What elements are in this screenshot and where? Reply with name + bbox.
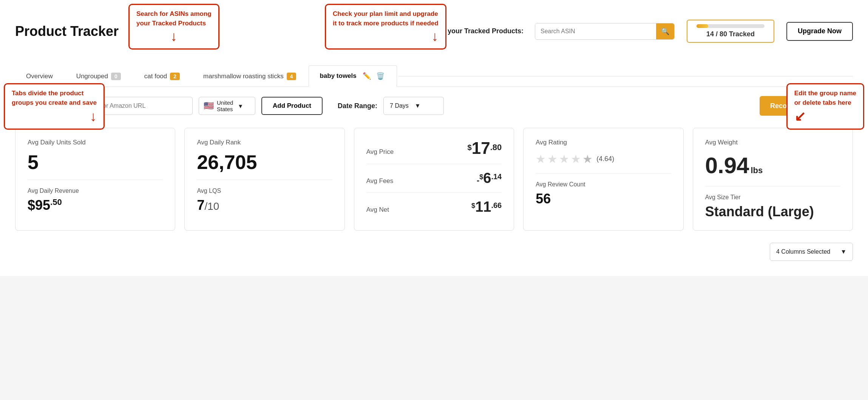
- tab-baby-towels-actions: ✏️ 🗑️: [361, 71, 386, 81]
- tracked-bar-fill: [697, 24, 709, 28]
- stat-card-weight: Avg Weight 0.94 lbs Avg Size Tier Standa…: [693, 128, 853, 231]
- price-row: Avg Price $17.80: [366, 139, 502, 158]
- tracked-text: 14 / 80 Tracked: [706, 30, 755, 38]
- tab-baby-towels-label: baby towels: [320, 72, 356, 80]
- tab-edit-button[interactable]: ✏️: [361, 71, 372, 81]
- add-product-row: Add Product: 🇺🇸 UnitedStates ▼ Add Produ…: [15, 96, 853, 116]
- tabs-callout: Tabs divide the product groups you creat…: [4, 83, 105, 130]
- tab-cat-food-label: cat food: [144, 73, 167, 80]
- tab-marshmallow[interactable]: marshmallow roasting sticks 4: [192, 67, 307, 85]
- edit-callout-arrow: ↙: [794, 110, 806, 123]
- tab-ungrouped-label: Ungrouped: [76, 73, 108, 80]
- price-dollar: $: [468, 143, 472, 152]
- net-row: Avg Net $11.66: [366, 199, 502, 215]
- price-group: Avg Price $17.80 Avg Fees -$6.14 Avg Net: [366, 139, 502, 215]
- search-callout-text: Search for ASINs among your Tracked Prod…: [136, 10, 212, 27]
- search-input-wrapper: 🔍: [535, 23, 675, 40]
- upgrade-button[interactable]: Upgrade Now: [786, 22, 853, 41]
- lqs-denom: /10: [204, 200, 219, 212]
- net-label: Avg Net: [366, 206, 389, 214]
- revenue-label: Avg Daily Revenue: [28, 188, 163, 194]
- lqs-number: 7: [197, 197, 204, 213]
- date-range-dropdown-icon: ▼: [415, 102, 421, 109]
- star-5: ★: [582, 152, 593, 166]
- stat-card-price: Avg Price $17.80 Avg Fees -$6.14 Avg Net: [354, 128, 514, 231]
- search-icon: 🔍: [661, 27, 669, 36]
- search-callout-arrow: ↓: [170, 29, 177, 43]
- search-button[interactable]: 🔍: [656, 23, 674, 40]
- columns-dropdown-icon: ▼: [840, 248, 846, 255]
- plan-callout-arrow: ↓: [432, 29, 439, 43]
- size-tier-value: Standard (Large): [705, 204, 840, 220]
- revenue-cents: .50: [50, 197, 62, 207]
- fees-dollar: $: [479, 173, 483, 181]
- star-3: ★: [559, 152, 569, 166]
- stars-row: ★ ★ ★ ★ ★ (4.64): [536, 152, 671, 166]
- star-1: ★: [536, 152, 546, 166]
- fees-row: Avg Fees -$6.14: [366, 170, 502, 186]
- rating-label: Avg Rating: [536, 139, 671, 146]
- fees-label: Avg Fees: [366, 177, 394, 185]
- page-wrapper: Search for ASINs among your Tracked Prod…: [0, 0, 868, 276]
- tab-marshmallow-label: marshmallow roasting sticks: [203, 73, 284, 80]
- tab-cat-food-badge: 2: [170, 73, 180, 80]
- stat-card-rank: Avg Daily Rank 26,705 Avg LQS 7/10: [184, 128, 344, 231]
- tabs-callout-arrow: ↓: [90, 110, 97, 123]
- revenue-value: $95.50: [28, 197, 163, 213]
- weight-value: 0.94: [705, 152, 749, 178]
- price-dollars: 17: [472, 139, 490, 157]
- net-dollar: $: [471, 202, 475, 209]
- date-range-select[interactable]: 7 Days ▼: [383, 97, 444, 115]
- weight-value-row: 0.94 lbs: [705, 152, 840, 178]
- tab-ungrouped-badge: 0: [111, 73, 121, 80]
- stat-card-units: Avg Daily Units Sold 5 Avg Daily Revenue…: [15, 128, 175, 231]
- review-count-value: 56: [536, 191, 671, 207]
- fees-dollars: 6: [483, 170, 491, 186]
- bottom-bar: 4 Columns Selected ▼: [15, 243, 853, 261]
- star-4: ★: [571, 152, 581, 166]
- columns-label: 4 Columns Selected: [776, 248, 830, 255]
- net-cents: .66: [491, 201, 502, 209]
- rating-count: (4.64): [596, 155, 614, 163]
- weight-unit: lbs: [751, 166, 763, 175]
- weight-label: Avg Weight: [705, 139, 840, 146]
- country-dropdown-icon: ▼: [238, 103, 243, 109]
- review-count-label: Avg Review Count: [536, 181, 671, 188]
- stat-card-rating: Avg Rating ★ ★ ★ ★ ★ (4.64) Avg Review C…: [523, 128, 683, 231]
- tab-overview[interactable]: Overview: [15, 67, 64, 85]
- lqs-value: 7/10: [197, 197, 332, 213]
- tab-ungrouped[interactable]: Ungrouped 0: [65, 67, 132, 85]
- plan-callout-text: Check your plan limit and upgrade it to …: [333, 10, 439, 27]
- columns-select[interactable]: 4 Columns Selected ▼: [770, 243, 853, 261]
- tab-cat-food[interactable]: cat food 2: [133, 67, 191, 85]
- lqs-label: Avg LQS: [197, 188, 332, 194]
- page-title: Product Tracker: [15, 23, 119, 39]
- flag-icon: 🇺🇸: [204, 101, 214, 111]
- revenue-prefix: $: [28, 197, 35, 213]
- search-input[interactable]: [535, 23, 656, 39]
- price-cents: .80: [490, 143, 502, 152]
- tabs-callout-text: Tabs divide the product groups you creat…: [12, 90, 97, 106]
- country-select[interactable]: 🇺🇸 UnitedStates ▼: [199, 97, 255, 115]
- edit-callout-text: Edit the group name or delete tabs here: [794, 90, 856, 106]
- price-value: $17.80: [468, 139, 502, 158]
- net-dollars: 11: [475, 199, 491, 215]
- date-range-label: Date Range:: [338, 102, 377, 110]
- search-callout: Search for ASINs among your Tracked Prod…: [128, 4, 219, 50]
- country-label: UnitedStates: [217, 99, 233, 112]
- edit-callout: Edit the group name or delete tabs here …: [786, 83, 864, 130]
- units-value: 5: [28, 152, 163, 172]
- date-range-value: 7 Days: [390, 102, 409, 109]
- tracked-bar-bg: [697, 24, 765, 28]
- star-2: ★: [547, 152, 558, 166]
- net-value: $11.66: [471, 199, 502, 215]
- stats-row: Avg Daily Units Sold 5 Avg Daily Revenue…: [15, 128, 853, 231]
- revenue-dollars: 95: [35, 197, 50, 213]
- tab-baby-towels[interactable]: baby towels ✏️ 🗑️: [309, 65, 397, 87]
- units-label: Avg Daily Units Sold: [28, 139, 163, 146]
- tab-delete-button[interactable]: 🗑️: [375, 71, 386, 81]
- plan-callout: Check your plan limit and upgrade it to …: [325, 4, 446, 50]
- rank-label: Avg Daily Rank: [197, 139, 332, 146]
- tabs-row: Overview Ungrouped 0 cat food 2 marshmal…: [15, 65, 853, 87]
- add-product-button[interactable]: Add Product: [261, 97, 323, 115]
